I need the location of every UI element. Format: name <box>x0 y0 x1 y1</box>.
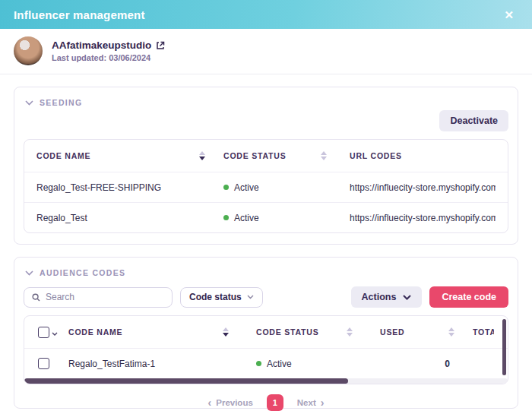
col-code-status: CODE STATUS <box>223 151 287 160</box>
next-button[interactable]: Next › <box>297 397 325 408</box>
table-row: Regalo_Test Active https://influecity-st… <box>24 202 508 232</box>
chevron-down-icon <box>247 295 254 299</box>
col-code-status: CODE STATUS <box>256 327 319 337</box>
status-dot <box>223 185 229 190</box>
vertical-scrollbar[interactable] <box>502 319 506 375</box>
url-code-cell: https://influecity-store.myshopify.com/… <box>350 182 496 193</box>
seeding-table: CODE NAME CODE STATUS URL CODES Regalo_T… <box>24 139 508 233</box>
seeding-section-label: SEEDING <box>40 98 82 107</box>
sort-icon[interactable] <box>347 327 353 337</box>
code-status-filter[interactable]: Code status <box>180 287 263 308</box>
code-name-cell: Regalo_Test <box>36 213 223 223</box>
chevron-down-icon[interactable] <box>52 325 58 339</box>
col-code-name: CODE NAME <box>36 151 90 160</box>
status-dot <box>256 361 261 366</box>
horizontal-scrollbar-track[interactable] <box>24 378 508 384</box>
used-cell: 0 <box>380 359 473 369</box>
chevron-down-icon[interactable] <box>25 270 33 276</box>
last-updated: Last updated: 03/06/2024 <box>52 53 165 62</box>
status-badge: Active <box>234 213 259 223</box>
status-badge: Active <box>267 359 292 369</box>
seeding-table-header: CODE NAME CODE STATUS URL CODES <box>24 140 508 172</box>
status-dot <box>223 215 229 220</box>
avatar <box>14 36 43 65</box>
modal-header: Influencer management ✕ <box>0 0 532 29</box>
col-url-codes: URL CODES <box>350 151 402 160</box>
modal-title: Influencer management <box>14 8 145 21</box>
col-total-sales: TOTAL S <box>473 327 494 337</box>
search-input-wrapper <box>24 287 173 308</box>
chevron-down-icon <box>403 295 411 300</box>
pagination: ‹ Previous 1 Next › <box>24 394 508 411</box>
chevron-right-icon: › <box>321 397 325 408</box>
col-code-name: CODE NAME <box>68 327 122 337</box>
actions-button[interactable]: Actions <box>351 286 423 308</box>
sort-icon[interactable] <box>223 327 229 337</box>
chevron-left-icon: ‹ <box>208 397 212 408</box>
status-badge: Active <box>234 182 259 193</box>
search-icon <box>32 293 40 302</box>
sort-icon[interactable] <box>321 151 327 160</box>
horizontal-scrollbar-thumb[interactable] <box>24 378 348 384</box>
audience-table: CODE NAME CODE STATUS USED TOTAL S Regal… <box>24 315 508 384</box>
audience-codes-section-label: AUDIENCE CODES <box>40 268 125 277</box>
divider <box>0 74 532 74</box>
create-code-button[interactable]: Create code <box>429 286 508 308</box>
close-icon[interactable]: ✕ <box>499 8 518 22</box>
deactivate-button[interactable]: Deactivate <box>439 110 508 131</box>
chevron-down-icon[interactable] <box>25 100 33 106</box>
row-checkbox[interactable] <box>38 358 49 369</box>
profile-header: AAfatimakeupstudio Last updated: 03/06/2… <box>0 29 532 74</box>
search-input[interactable] <box>46 292 164 302</box>
sort-icon[interactable] <box>448 327 454 337</box>
table-row: Regalo_TestFatima-1 Active 0 <box>24 348 508 378</box>
page-number[interactable]: 1 <box>267 394 283 411</box>
code-name-cell: Regalo_TestFatima-1 <box>68 359 256 369</box>
select-all-checkbox[interactable] <box>38 327 49 338</box>
seeding-section: SEEDING Deactivate CODE NAME CODE STATUS… <box>14 87 518 245</box>
sort-icon[interactable] <box>199 151 205 160</box>
col-used: USED <box>380 327 404 337</box>
table-row: Regalo_Test-FREE-SHIPPING Active https:/… <box>24 172 508 202</box>
influencer-name: AAfatimakeupstudio <box>52 40 151 51</box>
audience-codes-section: AUDIENCE CODES Code status Actions Creat… <box>14 257 518 409</box>
audience-table-header: CODE NAME CODE STATUS USED TOTAL S <box>24 316 508 348</box>
external-link-icon[interactable] <box>156 41 165 50</box>
url-code-cell: https://influecity-store.myshopify.com/… <box>350 213 496 223</box>
previous-button[interactable]: ‹ Previous <box>208 397 253 408</box>
code-name-cell: Regalo_Test-FREE-SHIPPING <box>36 182 223 193</box>
